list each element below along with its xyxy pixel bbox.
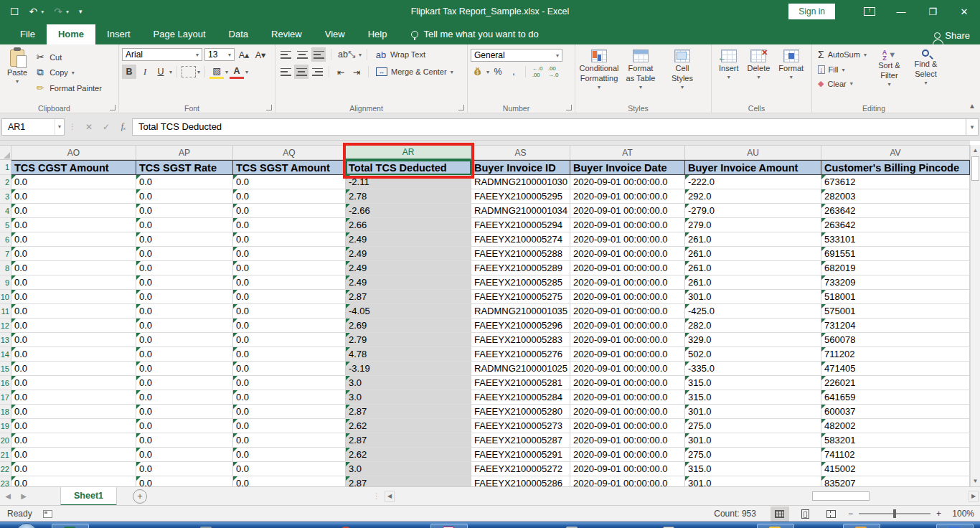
normal-view-button[interactable] <box>771 506 789 522</box>
cell-AS11[interactable]: RADMNG2100001035 <box>471 304 570 319</box>
cell-AR22[interactable]: 3.0 <box>346 462 471 476</box>
cell-AP5[interactable]: 0.0 <box>136 218 233 232</box>
cell-AS8[interactable]: FAEEYX2100005289 <box>471 261 570 275</box>
cell-AV16[interactable]: 226021 <box>821 376 970 390</box>
row-number-13[interactable]: 13 <box>0 333 11 347</box>
ribbon-tab-page-layout[interactable]: Page Layout <box>142 24 217 44</box>
ribbon-tab-help[interactable]: Help <box>357 24 399 44</box>
cell-AQ15[interactable]: 0.0 <box>233 362 346 376</box>
close-button[interactable]: ✕ <box>948 0 980 23</box>
cell-AQ8[interactable]: 0.0 <box>233 261 346 275</box>
cell-AQ3[interactable]: 0.0 <box>233 189 346 204</box>
cell-AS1[interactable]: Buyer Invoice ID <box>471 160 570 175</box>
align-right-button[interactable] <box>310 65 324 79</box>
increase-font-button[interactable]: A▴ <box>237 47 251 62</box>
decrease-font-button[interactable]: A▾ <box>253 47 268 62</box>
cell-AS23[interactable]: FAEEYX2100005286 <box>471 476 570 486</box>
cell-AU19[interactable]: 275.0 <box>685 419 821 433</box>
cell-AQ6[interactable]: 0.0 <box>233 232 346 247</box>
row-number-7[interactable]: 7 <box>0 247 11 261</box>
restore-button[interactable]: ❐ <box>917 0 948 23</box>
vertical-scroll-thumb[interactable] <box>971 156 979 181</box>
redo-dropdown-icon[interactable]: ▾ <box>66 9 69 15</box>
collapse-ribbon-icon[interactable]: ▲ <box>969 102 976 110</box>
cell-AR11[interactable]: -4.05 <box>346 304 471 319</box>
increase-indent-button[interactable]: ⇥ <box>349 65 364 79</box>
cell-AT2[interactable]: 2020-09-01 00:00:00.0 <box>570 175 685 189</box>
cell-AT1[interactable]: Buyer Invoice Date <box>570 160 685 175</box>
scroll-right-icon[interactable]: ▶ <box>969 491 979 502</box>
cell-AU13[interactable]: 329.0 <box>685 333 821 347</box>
row-number-21[interactable]: 21 <box>0 448 11 462</box>
cell-AV13[interactable]: 560078 <box>821 333 970 347</box>
number-format-select[interactable]: General▾ <box>471 49 562 62</box>
zoom-in-icon[interactable]: + <box>936 509 941 519</box>
cell-AU7[interactable]: 261.0 <box>685 247 821 261</box>
cell-AR2[interactable]: -2.11 <box>346 175 471 189</box>
cell-AO20[interactable]: 0.0 <box>11 433 136 448</box>
cell-AS21[interactable]: FAEEYX2100005291 <box>471 448 570 462</box>
merge-center-button[interactable]: ↔Merge & Center▾ <box>373 66 456 77</box>
cell-AS2[interactable]: RADMNG2100001030 <box>471 175 570 189</box>
cell-AT8[interactable]: 2020-09-01 00:00:00.0 <box>570 261 685 275</box>
page-break-view-button[interactable] <box>822 506 841 522</box>
cell-AO1[interactable]: TCS CGST Amount <box>11 160 136 175</box>
windows-taskbar[interactable] <box>0 522 980 528</box>
cell-AP10[interactable]: 0.0 <box>136 290 233 304</box>
alignment-dialog-launcher[interactable] <box>458 105 464 110</box>
delete-cells-button[interactable]: Delete▾ <box>743 47 775 83</box>
row-number-11[interactable]: 11 <box>0 304 11 319</box>
cell-AT4[interactable]: 2020-09-01 00:00:00.0 <box>570 204 685 218</box>
copy-button[interactable]: ⧉Copy▾ <box>32 65 105 80</box>
font-dialog-launcher[interactable] <box>266 105 272 110</box>
cell-AV17[interactable]: 641659 <box>821 390 970 405</box>
cell-AS14[interactable]: FAEEYX2100005276 <box>471 347 570 362</box>
cell-AO4[interactable]: 0.0 <box>11 204 136 218</box>
cell-AU1[interactable]: Buyer Invoice Amount <box>685 160 821 175</box>
cell-AT10[interactable]: 2020-09-01 00:00:00.0 <box>570 290 685 304</box>
format-as-table-button[interactable]: Format as Table▾ <box>620 47 661 93</box>
row-number-20[interactable]: 20 <box>0 433 11 448</box>
cell-AV12[interactable]: 731204 <box>821 319 970 333</box>
row-number-22[interactable]: 22 <box>0 462 11 476</box>
column-header-AT[interactable]: AT <box>570 145 685 160</box>
scroll-up-icon[interactable]: ▲ <box>971 145 980 156</box>
cell-AQ10[interactable]: 0.0 <box>233 290 346 304</box>
cell-AT19[interactable]: 2020-09-01 00:00:00.0 <box>570 419 685 433</box>
cell-AS13[interactable]: FAEEYX2100005283 <box>471 333 570 347</box>
cell-AO6[interactable]: 0.0 <box>11 232 136 247</box>
clipboard-dialog-launcher[interactable] <box>110 105 116 110</box>
align-left-button[interactable] <box>278 65 293 79</box>
row-number-8[interactable]: 8 <box>0 261 11 275</box>
cell-AV15[interactable]: 471405 <box>821 362 970 376</box>
cell-AP2[interactable]: 0.0 <box>136 175 233 189</box>
cell-AR23[interactable]: 2.87 <box>346 476 471 486</box>
cell-AP12[interactable]: 0.0 <box>136 319 233 333</box>
cell-AS7[interactable]: FAEEYX2100005288 <box>471 247 570 261</box>
cell-AQ5[interactable]: 0.0 <box>233 218 346 232</box>
cell-AV18[interactable]: 600037 <box>821 405 970 419</box>
sort-filter-button[interactable]: AZ▼ Sort & Filter▾ <box>872 47 906 90</box>
cell-styles-button[interactable]: Cell Styles▾ <box>661 47 703 93</box>
taskbar-app-button[interactable] <box>326 524 364 528</box>
cell-AT16[interactable]: 2020-09-01 00:00:00.0 <box>570 376 685 390</box>
cell-AR12[interactable]: 2.69 <box>346 319 471 333</box>
sign-in-button[interactable]: Sign in <box>788 4 835 19</box>
enter-formula-icon[interactable]: ✓ <box>98 122 115 132</box>
column-header-AV[interactable]: AV <box>821 145 970 160</box>
cell-AT12[interactable]: 2020-09-01 00:00:00.0 <box>570 319 685 333</box>
cell-AU2[interactable]: -222.0 <box>685 175 821 189</box>
cell-AU8[interactable]: 261.0 <box>685 261 821 275</box>
cell-AP23[interactable]: 0.0 <box>136 476 233 486</box>
cell-AR3[interactable]: 2.78 <box>346 189 471 204</box>
taskbar-app-button[interactable] <box>187 524 224 528</box>
row-number-19[interactable]: 19 <box>0 419 11 433</box>
cell-AU18[interactable]: 301.0 <box>685 405 821 419</box>
zoom-out-icon[interactable]: − <box>848 509 853 519</box>
cell-AT20[interactable]: 2020-09-01 00:00:00.0 <box>570 433 685 448</box>
cell-AQ23[interactable]: 0.0 <box>233 476 346 486</box>
taskbar-app-button[interactable] <box>552 524 590 528</box>
cell-AR21[interactable]: 2.62 <box>346 448 471 462</box>
cell-AS4[interactable]: RADMNG2100001034 <box>471 204 570 218</box>
insert-cells-button[interactable]: Insert▾ <box>715 47 743 83</box>
